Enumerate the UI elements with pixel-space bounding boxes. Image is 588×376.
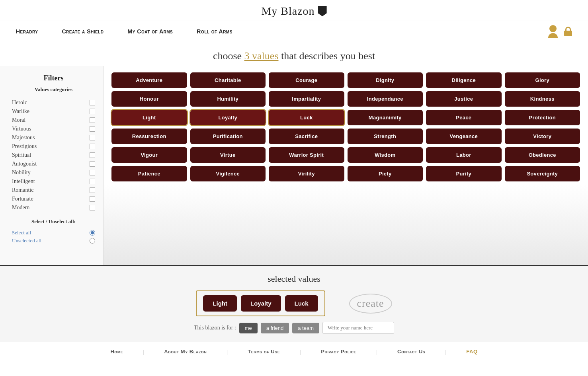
value-button[interactable]: Labor [426, 147, 502, 163]
name-input[interactable] [322, 322, 394, 334]
value-button[interactable]: Strength [348, 129, 423, 144]
filter-item: Romantic [12, 186, 95, 195]
filter-checkbox[interactable] [90, 187, 95, 193]
value-button[interactable]: Obedience [505, 147, 580, 163]
value-button[interactable]: Magnanimity [348, 110, 423, 125]
blazon-for-row: This blazon is for : me a friend a team [8, 322, 580, 334]
footer-link-contact-us[interactable]: Contact Us [397, 349, 425, 355]
nav-my-coat[interactable]: My Coat of Arms [128, 28, 173, 35]
value-button[interactable]: Vigour [111, 147, 187, 163]
select-unselect-label: Select / Unselect all: [12, 218, 95, 225]
value-button[interactable]: Victory [505, 129, 580, 144]
value-button[interactable]: Virtue [190, 147, 266, 163]
filter-item: Warlike [12, 107, 95, 116]
filter-checkbox[interactable] [90, 117, 95, 123]
value-button[interactable]: Impartiality [269, 91, 344, 107]
value-button[interactable]: Diligence [426, 72, 502, 88]
filter-item: Majestous [12, 133, 95, 142]
filter-checkbox[interactable] [90, 109, 95, 114]
filter-checkbox[interactable] [90, 152, 95, 158]
page-title-suffix: that describes you best [279, 50, 375, 62]
user-icon[interactable] [548, 25, 558, 38]
unselect-all-label[interactable]: Unselected all [12, 238, 41, 244]
filter-item: Antogonist [12, 160, 95, 168]
filter-checkbox[interactable] [90, 161, 95, 167]
filter-label: Romantic [12, 187, 33, 193]
selected-value-button[interactable]: Light [203, 295, 237, 312]
page-title-prefix: choose [213, 50, 244, 62]
value-button[interactable]: Independance [348, 91, 423, 107]
value-button[interactable]: Dignity [348, 72, 423, 88]
filter-checkbox[interactable] [90, 179, 95, 184]
nav-roll-of-arms[interactable]: Roll of Arms [197, 28, 232, 35]
filter-item: Heroic [12, 98, 95, 107]
value-button[interactable]: Ressurection [111, 129, 187, 144]
filter-label: Nobility [12, 169, 31, 176]
value-button[interactable]: Protection [505, 110, 580, 125]
value-button[interactable]: Honour [111, 91, 187, 107]
value-button[interactable]: Warrior Spirit [269, 147, 344, 163]
value-button[interactable]: Vigilence [190, 166, 266, 181]
value-button[interactable]: Charitable [190, 72, 266, 88]
nav-create-shield[interactable]: Create a Shield [62, 28, 104, 35]
page-title-highlight: 3 values [244, 50, 279, 62]
value-button[interactable]: Peace [426, 110, 502, 125]
footer-link-home[interactable]: Home [110, 349, 123, 355]
nav-heradry[interactable]: Heradry [16, 28, 38, 35]
value-button[interactable]: Sacrifice [269, 129, 344, 144]
filter-checkbox[interactable] [90, 100, 95, 105]
value-button[interactable]: Sovereignty [505, 166, 580, 181]
footer-link-terms-of-use[interactable]: Terms of Use [248, 349, 280, 355]
create-button[interactable]: create [349, 294, 392, 314]
filter-checkbox[interactable] [90, 205, 95, 210]
value-button[interactable]: Wisdom [348, 147, 423, 163]
filter-label: Fortunate [12, 196, 33, 202]
filter-item: Modern [12, 203, 95, 212]
select-all-row: Select all [12, 229, 95, 237]
footer-link-about-my-blazon[interactable]: About My Blazon [164, 349, 207, 355]
value-button[interactable]: Glory [505, 72, 580, 88]
filter-list: Heroic Warlike Moral Virtuous Majestous … [12, 98, 95, 212]
value-button[interactable]: Loyalty [190, 110, 266, 125]
value-button[interactable]: Patience [111, 166, 187, 181]
filter-label: Virtuous [12, 126, 31, 132]
for-friend-button[interactable]: a friend [261, 323, 289, 333]
footer-separator: | [300, 349, 301, 355]
selected-value-button[interactable]: Luck [285, 295, 318, 312]
navigation: Heradry Create a Shield My Coat of Arms … [0, 21, 588, 42]
value-button[interactable]: Purity [426, 166, 502, 181]
value-button[interactable]: Piety [348, 166, 423, 181]
value-button[interactable]: Adventure [111, 72, 187, 88]
filter-label: Warlike [12, 108, 29, 115]
filter-checkbox[interactable] [90, 144, 95, 149]
filter-checkbox[interactable] [90, 135, 95, 140]
filter-checkbox[interactable] [90, 196, 95, 202]
footer-separator: | [376, 349, 377, 355]
filter-checkbox[interactable] [90, 170, 95, 175]
value-button[interactable]: Kindness [505, 91, 580, 107]
value-button[interactable]: Light [111, 110, 187, 125]
footer-link-faq[interactable]: FAQ [466, 349, 477, 355]
value-button[interactable]: Virility [269, 166, 344, 181]
selected-value-button[interactable]: Loyalty [241, 295, 281, 312]
footer-separator: | [143, 349, 144, 355]
for-me-button[interactable]: me [239, 323, 258, 333]
shield-icon [318, 6, 327, 16]
unselect-all-radio[interactable] [90, 238, 95, 244]
value-button[interactable]: Courage [269, 72, 344, 88]
value-button[interactable]: Luck [269, 110, 344, 125]
filter-checkbox[interactable] [90, 126, 95, 132]
select-all-label[interactable]: Select all [12, 230, 31, 236]
value-button[interactable]: Humility [190, 91, 266, 107]
filter-item: Intelligent [12, 177, 95, 186]
value-button[interactable]: Purification [190, 129, 266, 144]
select-all-radio[interactable] [90, 230, 95, 236]
for-team-button[interactable]: a team [292, 323, 319, 333]
filter-item: Moral [12, 116, 95, 125]
value-button[interactable]: Justice [426, 91, 502, 107]
filter-item: Virtuous [12, 125, 95, 133]
footer-link-privacy-police[interactable]: Privacy Police [321, 349, 356, 355]
lock-icon[interactable] [564, 27, 572, 36]
value-button[interactable]: Vengeance [426, 129, 502, 144]
nav-links: Heradry Create a Shield My Coat of Arms … [16, 28, 232, 35]
